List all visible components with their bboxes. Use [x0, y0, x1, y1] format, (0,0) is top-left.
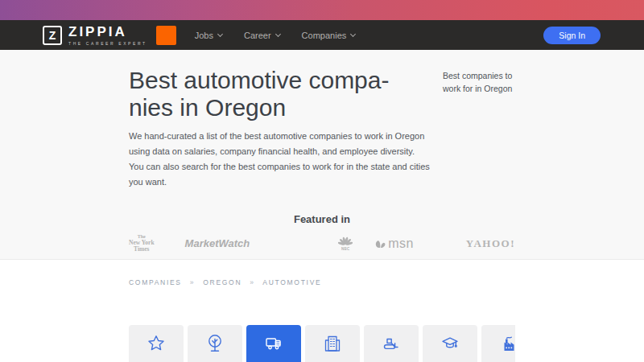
- bulldozer-icon: [381, 333, 402, 354]
- tab-bulldozer[interactable]: [364, 325, 419, 362]
- top-gradient-bar: [0, 0, 644, 20]
- nbc-logo: NBC: [338, 237, 353, 251]
- breadcrumb-oregon[interactable]: OREGON: [203, 278, 242, 286]
- tab-star[interactable]: [129, 325, 184, 362]
- factory-icon: [498, 333, 515, 354]
- nyt-logo: The New York Times: [129, 234, 155, 253]
- chevron-down-icon: [217, 31, 223, 36]
- orange-square: [156, 26, 176, 45]
- nav-item-career[interactable]: Career: [244, 31, 280, 40]
- nav-item-companies[interactable]: Companies: [302, 31, 356, 40]
- chevron-down-icon: [350, 31, 356, 36]
- side-link-best-companies[interactable]: Best companies to work for in Oregon: [443, 50, 515, 190]
- yahoo-logo: YAHOO!: [466, 237, 515, 250]
- hero-section: Best automotive compa- nies in Oregon We…: [0, 50, 644, 260]
- navbar: Z ZIPPIA THE CAREER EXPERT Jobs Career C…: [0, 20, 644, 50]
- breadcrumb-separator: »: [190, 278, 195, 286]
- page-description: We hand-curated a list of the best autom…: [129, 129, 431, 190]
- tree-icon: [204, 333, 225, 354]
- page-title: Best automotive compa- nies in Oregon: [129, 67, 435, 121]
- msn-logo: msn: [375, 237, 414, 251]
- category-tabs: [129, 325, 515, 362]
- brand-tagline: THE CAREER EXPERT: [68, 41, 147, 46]
- tab-graduation-cap[interactable]: [423, 325, 477, 362]
- main-nav: Jobs Career Companies: [195, 31, 356, 40]
- zippia-z-icon: Z: [43, 26, 62, 45]
- breadcrumb-automotive[interactable]: AUTOMOTIVE: [262, 278, 321, 286]
- breadcrumb-companies[interactable]: COMPANIES: [129, 278, 182, 286]
- featured-logos: The New York Times MarketWatch NBC: [129, 234, 515, 253]
- tab-factory[interactable]: [481, 325, 515, 362]
- msn-butterfly-icon: [375, 238, 386, 249]
- office-building-icon: [322, 333, 343, 354]
- tab-truck[interactable]: [246, 325, 301, 362]
- brand-name: ZIPPIA: [68, 25, 147, 39]
- tab-building[interactable]: [305, 325, 360, 362]
- nbc-peacock-icon: [338, 237, 353, 246]
- zippia-logo[interactable]: Z ZIPPIA THE CAREER EXPERT: [43, 25, 147, 46]
- sign-in-button[interactable]: Sign In: [543, 27, 601, 44]
- star-icon: [146, 333, 167, 354]
- tab-tree[interactable]: [188, 325, 242, 362]
- breadcrumb-separator: »: [250, 278, 254, 286]
- truck-icon: [263, 333, 284, 354]
- marketwatch-logo: MarketWatch: [185, 237, 250, 249]
- graduation-cap-icon: [440, 333, 460, 354]
- breadcrumb: COMPANIES » OREGON » AUTOMOTIVE: [129, 278, 321, 286]
- featured-in-title: Featured in: [129, 213, 515, 225]
- chevron-down-icon: [275, 31, 281, 36]
- nav-item-jobs[interactable]: Jobs: [195, 31, 222, 40]
